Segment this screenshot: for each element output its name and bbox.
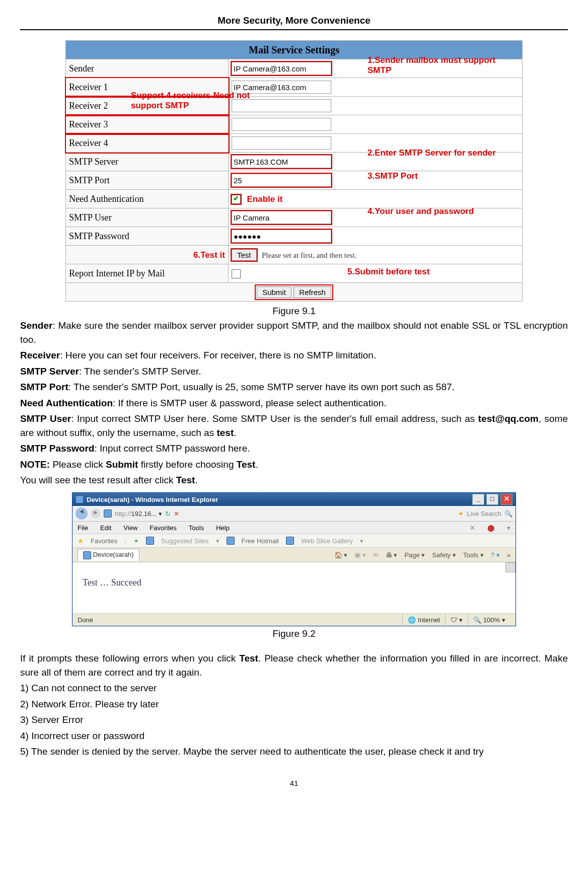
annotation-test-it: 6.Test it <box>193 250 225 260</box>
annotation-enable-it: Enable it <box>247 194 283 204</box>
ie-window-title: Device(sarah) - Windows Internet Explore… <box>87 496 218 503</box>
smtp-port-input[interactable] <box>232 174 331 187</box>
annotation-2: 2.Enter SMTP Server for sender <box>368 148 508 158</box>
desc-receiver: Receiver: Here you can set four receiver… <box>20 348 568 362</box>
row-smtp-user-label: SMTP User <box>66 208 229 227</box>
row-smtp-server-label: SMTP Server <box>66 153 229 171</box>
menu-favorites[interactable]: Favorites <box>150 524 176 532</box>
ie-tab-toolbar: Device(sarah) 🏠 ▾ ▣ ▾ ✉ 🖶 ▾ Page ▾ Safet… <box>72 548 516 562</box>
web-slice-link[interactable]: Web Slice Gallery <box>301 537 353 545</box>
receiver3-input[interactable] <box>232 118 331 131</box>
browser-tab[interactable]: Device(sarah) <box>78 549 139 561</box>
desc-need-auth: Need Authentication: If there is SMTP us… <box>20 396 568 410</box>
desc-sender: Sender: Make sure the sender mailbox ser… <box>20 319 568 346</box>
figure-9-1-caption: Figure 9.1 <box>20 306 568 317</box>
desc-note: NOTE: Please click Submit firstly before… <box>20 458 568 472</box>
annotation-5: 5.Submit before test <box>347 267 429 277</box>
menu-help[interactable]: Help <box>216 524 230 532</box>
ie-content-area: Test … Succeed <box>72 562 516 614</box>
receiver4-input[interactable] <box>232 136 331 150</box>
protected-mode-icon[interactable]: 🛡 ▾ <box>445 614 468 626</box>
page-menu[interactable]: Page ▾ <box>404 551 425 559</box>
help-icon[interactable]: ? ▾ <box>491 551 500 559</box>
ie-mini-icon2 <box>227 537 235 545</box>
print-icon[interactable]: 🖶 ▾ <box>386 551 398 559</box>
ie-window-figure: Device(sarah) - Windows Internet Explore… <box>72 492 516 626</box>
desc-test-result: You will see the test result after click… <box>20 473 568 487</box>
overflow-icon[interactable]: » <box>507 551 510 559</box>
menu-tools[interactable]: Tools <box>189 524 204 532</box>
tools-menu[interactable]: Tools ▾ <box>463 551 484 559</box>
smtp-password-input[interactable] <box>232 230 331 243</box>
menu-file[interactable]: File <box>78 524 88 532</box>
error-1: 1) Can not connect to the server <box>20 681 568 695</box>
ie-favorites-bar: ★ Favorites | ✦ Suggested Sites ▾ Free H… <box>72 534 516 548</box>
stop-icon[interactable]: ✕ <box>174 510 179 518</box>
page-number: 41 <box>20 779 568 787</box>
after-intro: If it prompts these following errors whe… <box>20 651 568 679</box>
feeds-icon[interactable]: ▣ ▾ <box>354 551 366 559</box>
refresh-button[interactable]: Refresh <box>293 286 331 298</box>
annotation-receivers: Support 4 receivers Need not support SMT… <box>131 91 257 111</box>
mail-icon[interactable]: ✉ <box>373 551 379 559</box>
row-report-label: Report Internet IP by Mail <box>66 264 229 283</box>
maximize-icon[interactable]: □ <box>486 494 498 505</box>
favorites-label[interactable]: Favorites <box>91 537 117 545</box>
refresh-icon[interactable]: ↻ <box>165 510 171 518</box>
desc-smtp-port: SMTP Port: The sender's SMTP Port, usual… <box>20 380 568 394</box>
search-box[interactable]: Live Search <box>467 510 501 518</box>
forward-icon[interactable]: ► <box>91 508 101 519</box>
submit-button[interactable]: Submit <box>257 286 291 298</box>
page-header: More Security, More Convenience <box>20 15 568 30</box>
error-3: 3) Server Error <box>20 713 568 727</box>
figure-9-2-caption: Figure 9.2 <box>20 628 568 639</box>
minimize-icon[interactable]: _ <box>472 494 484 505</box>
ie-address-bar: ◄ ► http://192.16... ▾ ↻ ✕ ✦ Live Search… <box>72 506 516 522</box>
ie-menu-bar: File Edit View Favorites Tools Help ✕ ⬤ … <box>72 522 516 534</box>
mail-settings-table: Mail Service Settings Sender Receiver 1 … <box>65 40 523 302</box>
status-done: Done <box>78 616 93 624</box>
desc-smtp-user: SMTP User: Input correct SMTP User here.… <box>20 412 568 440</box>
annotation-1: 1.Sender mailbox must support SMTP <box>368 55 508 76</box>
ie-titlebar: Device(sarah) - Windows Internet Explore… <box>72 493 516 506</box>
test-hint: Please set at first, and then test. <box>262 251 356 259</box>
annotation-4: 4.Your user and password <box>368 206 474 216</box>
free-hotmail-link[interactable]: Free Hotmail <box>242 537 279 545</box>
ie-logo-icon <box>76 495 84 503</box>
test-button[interactable]: Test <box>232 249 257 261</box>
ie-status-bar: Done 🌐Internet 🛡 ▾ 🔍100% ▾ <box>72 614 516 626</box>
need-auth-checkbox[interactable] <box>232 195 241 204</box>
row-sender-label: Sender <box>66 59 229 78</box>
ie-mini-icon <box>146 537 154 545</box>
safety-menu[interactable]: Safety ▾ <box>432 551 456 559</box>
status-zone: 🌐Internet <box>402 614 445 626</box>
snag-icon[interactable]: ⬤ <box>487 524 495 532</box>
smtp-server-input[interactable] <box>232 155 331 168</box>
zoom-control[interactable]: 🔍100% ▾ <box>468 614 510 626</box>
mail-settings-figure: Mail Service Settings Sender Receiver 1 … <box>65 40 523 302</box>
search-icon[interactable]: ✦ <box>458 510 464 518</box>
close-tab-icon[interactable]: ✕ <box>470 524 475 532</box>
annotation-3: 3.SMTP Port <box>368 171 418 181</box>
report-ip-checkbox[interactable] <box>232 269 241 278</box>
row-smtp-port-label: SMTP Port <box>66 171 229 190</box>
page-icon <box>104 509 112 518</box>
globe-icon: 🌐 <box>408 616 416 624</box>
tab-icon <box>83 551 91 559</box>
menu-view[interactable]: View <box>123 524 137 532</box>
test-result-text: Test … Succeed <box>83 577 141 588</box>
zoom-icon: 🔍 <box>473 616 481 624</box>
close-icon[interactable]: ✕ <box>500 494 512 505</box>
menu-edit[interactable]: Edit <box>100 524 111 532</box>
favorites-star-icon[interactable]: ★ <box>78 537 84 545</box>
home-icon[interactable]: 🏠 ▾ <box>334 551 348 559</box>
smtp-user-input[interactable] <box>232 211 331 224</box>
suggested-sites-link[interactable]: Suggested Sites <box>161 537 209 545</box>
error-2: 2) Network Error. Please try later <box>20 697 568 711</box>
search-go-icon[interactable]: 🔍 <box>504 510 512 518</box>
back-icon[interactable]: ◄ <box>76 507 88 520</box>
sender-input[interactable] <box>232 62 331 75</box>
scroll-up-icon[interactable] <box>505 562 516 572</box>
row-need-auth-label: Need Authentication <box>66 190 229 208</box>
url-text[interactable]: http://192.16... ▾ <box>115 510 162 518</box>
